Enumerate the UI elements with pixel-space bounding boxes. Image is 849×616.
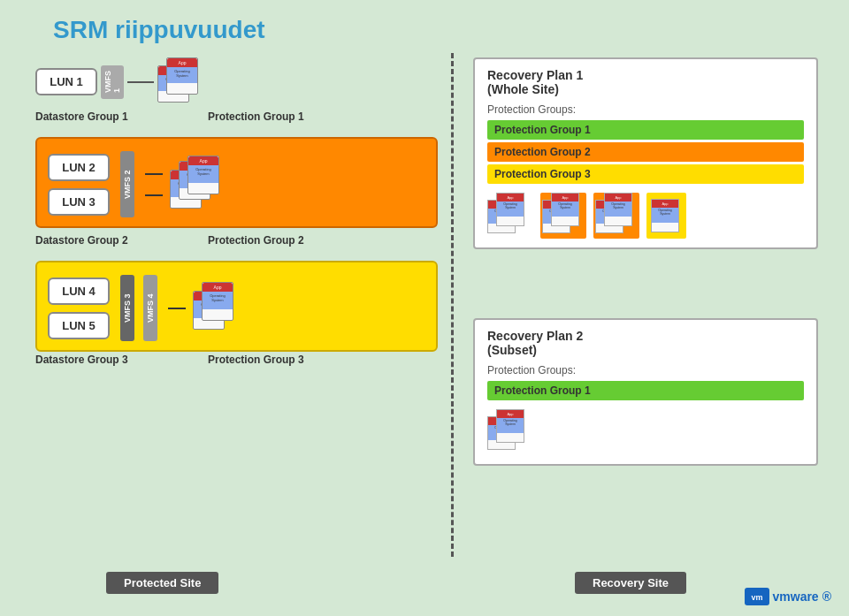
- rp2-title: Recovery Plan 2 (Subset): [487, 329, 804, 357]
- page-background: SRM riippuvuudet LUN 1 VMFS 1 App Operat…: [0, 0, 849, 616]
- dg2-lun2-row: LUN 2: [48, 154, 110, 181]
- vmware-logo: vm vmware ®: [745, 588, 831, 605]
- vmware-brand-text: vmware: [773, 589, 819, 604]
- rp2-vm-icons: App OperatingSystem App OperatingSystem: [487, 409, 804, 455]
- lun5-box: LUN 5: [48, 312, 110, 339]
- svg-text:vm: vm: [751, 593, 762, 602]
- vm3-app2: App: [203, 283, 233, 292]
- dg1-pg-label: Protection Group 1: [208, 110, 304, 123]
- dg3-lun5-row: LUN 5: [48, 312, 110, 339]
- dg1-arrow-line: [127, 81, 154, 83]
- dg3-arrow: [168, 308, 186, 309]
- dg2-vm-pages: App OperatingSystem App OperatingSystem …: [170, 156, 232, 213]
- dg1-labels: Datastore Group 1: [35, 110, 128, 123]
- dg3-vm-pages: App OperatingSystem App OperatingSystem: [193, 282, 242, 335]
- rp1-vm-c7: App OperatingSystem: [651, 199, 679, 232]
- vm2-app3: App: [188, 156, 218, 165]
- lun4-box: LUN 4: [48, 278, 110, 305]
- rp2-vm-c2: App OperatingSystem: [496, 409, 524, 443]
- vmfs4-bar: VMFS 4: [143, 275, 157, 341]
- vmfs1-bar: VMFS 1: [101, 65, 124, 99]
- dg3-section: LUN 4 LUN 5 VMFS 3 VMFS 4 App OperatingS…: [35, 261, 438, 352]
- rp2-vm-app2: App: [497, 410, 524, 418]
- dg1-lun-vmfs: LUN 1 VMFS 1: [35, 65, 124, 99]
- vmware-registered: ®: [822, 589, 831, 604]
- rp1-vm-group3: App OperatingSystem App OperatingSystem: [593, 193, 639, 239]
- rp1-vm-app6: App: [605, 194, 631, 202]
- rp1-pg1-bar: Protection Group 1: [487, 120, 804, 140]
- rp1-pg-label: Protection Groups:: [487, 103, 804, 116]
- vm-os-label2: OperatingSystem: [167, 67, 197, 83]
- rp2-pg-label: Protection Groups:: [487, 364, 804, 376]
- recovery-site-label: Recovery Site: [575, 572, 686, 594]
- dg3-luns: LUN 4 LUN 5: [48, 278, 110, 339]
- dg2-bottom-labels: Datastore Group 2: [35, 234, 128, 247]
- rp1-pg2-bar: Protection Group 2: [487, 142, 804, 162]
- rp1-vm-group2: App OperatingSystem App OperatingSystem: [540, 193, 586, 239]
- rp1-pg3-bar: Protection Group 3: [487, 164, 804, 184]
- rp1-title: Recovery Plan 1 (Whole Site): [487, 68, 804, 96]
- lun1-box: LUN 1: [35, 68, 97, 95]
- recovery-plan1-box: Recovery Plan 1 (Whole Site) Protection …: [473, 57, 818, 249]
- dg3-lun4-row: LUN 4: [48, 278, 110, 305]
- rp1-vm-os2: OperatingSystem: [497, 202, 524, 217]
- rp1-vm-c4: App OperatingSystem: [551, 193, 579, 226]
- rp1-vm-group4: App OperatingSystem: [646, 193, 686, 239]
- vm-card-front1: App OperatingSystem: [166, 57, 198, 95]
- dg3-ds-label: Datastore Group 3: [35, 354, 128, 366]
- vm2-card3: App OperatingSystem: [187, 156, 219, 194]
- dg2-pg-label: Protection Group 2: [208, 234, 304, 247]
- vm3-os2: OperatingSystem: [203, 292, 233, 309]
- divider-line: [451, 53, 455, 557]
- dg2-luns: LUN 2 LUN 3: [48, 154, 110, 216]
- rp2-vm-os2: OperatingSystem: [497, 418, 524, 433]
- dg2-section: LUN 2 LUN 3 VMFS 2 App OperatingSystem A…: [35, 137, 438, 228]
- vmware-logo-box: vm: [745, 588, 769, 605]
- vm-app-label2: App: [167, 58, 197, 67]
- dg2-arrows: [145, 173, 163, 196]
- dg1-vm-pages: App OperatingSystem App OperatingSystem: [157, 57, 206, 106]
- rp1-vm-group1: App OperatingSystem App OperatingSystem: [487, 193, 533, 239]
- dg3-pg-label-area: Protection Group 3: [208, 354, 304, 366]
- page-title: SRM riippuvuudet: [53, 16, 265, 44]
- rp1-vm-c2: App OperatingSystem: [496, 193, 524, 226]
- rp1-vm-icons: App OperatingSystem App OperatingSystem …: [487, 193, 804, 239]
- vmfs2-bar: VMFS 2: [120, 151, 134, 217]
- dg1-section: LUN 1 VMFS 1 App OperatingSystem App Ope…: [35, 57, 206, 106]
- dg2-arrow2: [145, 194, 163, 196]
- dg1-pg-label-wrap: Protection Group 1: [208, 110, 304, 123]
- dg1-ds-label: Datastore Group 1: [35, 110, 128, 123]
- dg2-lun3-row: LUN 3: [48, 188, 110, 216]
- dg2-ds-label: Datastore Group 2: [35, 234, 128, 247]
- lun2-box: LUN 2: [48, 154, 110, 181]
- dg2-pg-label-area: Protection Group 2: [208, 234, 304, 247]
- vmware-logo-icon: vm: [747, 589, 767, 604]
- rp2-pg1-bar: Protection Group 1: [487, 381, 804, 400]
- rp2-vm-group1: App OperatingSystem App OperatingSystem: [487, 409, 533, 455]
- rp1-vm-app7: App: [652, 200, 678, 208]
- rp1-vm-os7: OperatingSystem: [652, 208, 678, 223]
- vm2-os3: OperatingSystem: [188, 165, 218, 183]
- rp1-vm-os4: OperatingSystem: [552, 202, 578, 217]
- lun3-box: LUN 3: [48, 188, 110, 216]
- dg3-bottom-labels: Datastore Group 3: [35, 354, 128, 366]
- protected-site-label: Protected Site: [106, 572, 218, 594]
- vm3-card2: App OperatingSystem: [202, 282, 233, 321]
- rp1-vm-c6: App OperatingSystem: [604, 193, 632, 226]
- vmfs3-bar: VMFS 3: [120, 275, 134, 341]
- rp1-vm-app2: App: [497, 194, 524, 202]
- rp1-vm-os6: OperatingSystem: [605, 202, 631, 217]
- dg3-pg-label: Protection Group 3: [208, 354, 304, 366]
- rp1-vm-app4: App: [552, 194, 578, 202]
- recovery-plan2-box: Recovery Plan 2 (Subset) Protection Grou…: [473, 318, 818, 466]
- dg2-arrow1: [145, 173, 163, 175]
